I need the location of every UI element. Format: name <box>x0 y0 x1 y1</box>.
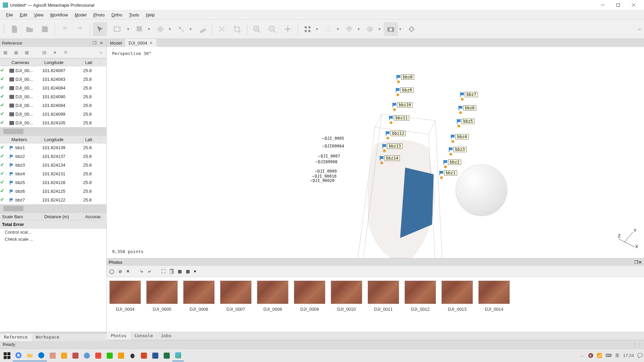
photo-thumb[interactable]: ✓DJI_0010 <box>331 281 362 312</box>
redo-button[interactable] <box>73 22 87 36</box>
show-masks-icon[interactable]: ◧ <box>170 269 174 274</box>
viewport-marker[interactable]: bbz7 <box>460 92 478 97</box>
dense-view-button[interactable] <box>321 22 335 36</box>
taskbar-edge-icon[interactable] <box>36 350 47 361</box>
tab-close-icon[interactable]: ✕ <box>149 41 153 46</box>
photo-thumb[interactable]: ✓DJI_0008 <box>257 281 288 312</box>
viewport-marker[interactable]: bbz6 <box>458 105 476 111</box>
markers-hscroll[interactable] <box>0 204 106 213</box>
taskbar-app1-icon[interactable] <box>47 350 58 361</box>
texture-view-button[interactable] <box>363 22 377 36</box>
marker-row[interactable]: bbz4101.82413125.8 <box>0 170 106 178</box>
pointcloud-view-button[interactable] <box>301 22 315 36</box>
crop-button[interactable] <box>230 22 244 36</box>
marker-row[interactable]: bbz5101.82412825.8 <box>0 178 106 187</box>
camera-row[interactable]: DJI_00...101.82408425.8 <box>0 84 106 93</box>
reset-view-button[interactable] <box>281 22 295 36</box>
col-markers-lat[interactable]: Lati <box>83 137 100 142</box>
open-file-button[interactable] <box>22 22 37 36</box>
markers-view-button[interactable] <box>405 22 419 36</box>
viewport-marker[interactable]: bbz13 <box>382 143 402 149</box>
menu-help[interactable]: Help <box>143 11 158 19</box>
tab-model[interactable]: Model <box>107 39 125 47</box>
viewport-marker[interactable]: bbz3 <box>448 147 467 152</box>
menu-photo[interactable]: Photo <box>90 11 108 19</box>
pointcloud-drop[interactable]: ▾ <box>316 26 320 32</box>
settings-ref-icon[interactable]: ▤ <box>41 49 48 56</box>
taskbar-app2-icon[interactable] <box>58 350 70 361</box>
new-file-button[interactable] <box>7 22 21 36</box>
toolbar-overflow[interactable]: ›› <box>638 26 642 32</box>
move-object-button[interactable] <box>153 22 167 36</box>
star-ref-icon[interactable]: ★ <box>52 49 58 56</box>
panel-close-icon[interactable]: ✕ <box>98 40 104 46</box>
export-ref-icon[interactable]: ▦ <box>13 49 19 56</box>
taskbar-qq-icon[interactable] <box>127 350 138 361</box>
remove-photo-icon[interactable]: ✕ <box>126 269 130 274</box>
undo-button[interactable] <box>58 22 72 36</box>
dense-drop[interactable]: ▾ <box>337 26 341 32</box>
camera-row[interactable]: DJI_00...101.82410525.8 <box>0 119 106 127</box>
btab-console[interactable]: Console <box>130 332 157 340</box>
marker-row[interactable]: bbz7101.82412225.8 <box>0 196 106 204</box>
viewport-marker[interactable]: bbz14 <box>379 156 400 161</box>
rotate-left-icon[interactable]: ⤿ <box>140 269 144 274</box>
delete-button[interactable] <box>215 22 229 36</box>
col-accuracy[interactable]: Accurac <box>83 214 103 219</box>
enable-photo-icon[interactable]: ◯ <box>109 269 114 274</box>
viewport-marker[interactable]: bbz2 <box>443 160 461 165</box>
tray-clock[interactable]: 17:24 <box>623 353 634 358</box>
ruler-button[interactable] <box>174 22 188 36</box>
taskbar-wechat-icon[interactable] <box>104 350 115 361</box>
col-cameras[interactable]: Cameras <box>9 60 42 65</box>
menu-file[interactable]: File <box>3 11 16 19</box>
rotate-right-icon[interactable]: ⤾ <box>148 269 151 274</box>
menu-edit[interactable]: Edit <box>16 11 31 19</box>
btab-photos[interactable]: Photos <box>107 332 130 340</box>
close-button[interactable] <box>626 0 641 10</box>
tray-notifications-icon[interactable]: 💬 <box>637 353 643 358</box>
ref-overflow-icon[interactable]: ›› <box>98 49 104 56</box>
col-longitude[interactable]: Longitude <box>42 60 83 65</box>
photo-thumb[interactable]: ✓DJI_0005 <box>146 281 178 312</box>
panel-undock-icon[interactable]: ❐ <box>92 40 98 46</box>
zoom-out-button[interactable] <box>265 22 279 36</box>
cameras-drop[interactable]: ▾ <box>399 26 403 32</box>
col-latitude[interactable]: Lati <box>83 60 100 65</box>
toolbar-grip[interactable] <box>2 25 6 33</box>
photo-thumb[interactable]: ✓DJI_0004 <box>109 281 141 312</box>
menu-view[interactable]: View <box>31 11 47 19</box>
convert-ref-icon[interactable]: ▦ <box>23 49 30 56</box>
taskbar-app3-icon[interactable] <box>70 350 81 361</box>
move-object-drop[interactable]: ▾ <box>169 26 173 32</box>
photo-thumb[interactable]: ✓DJI_0013 <box>441 281 473 312</box>
photo-thumb[interactable]: ✓DJI_0006 <box>183 281 215 312</box>
viewport-marker[interactable]: bbz4 <box>450 134 469 139</box>
viewport-3d[interactable]: Perspective 30° 9,358 points XYZ <box>107 47 644 258</box>
camera-row[interactable]: DJI_00...101.82409925.8 <box>0 110 106 119</box>
texture-drop[interactable]: ▾ <box>378 26 382 32</box>
camera-row[interactable]: DJI_00...101.82409425.8 <box>0 101 106 110</box>
btab-reference[interactable]: Reference <box>0 334 32 341</box>
tab-dji0004[interactable]: DJI_0004✕ <box>125 39 156 47</box>
rect-select-drop[interactable]: ▾ <box>127 26 131 32</box>
measure-button[interactable] <box>195 22 209 36</box>
taskbar-metashape-icon[interactable] <box>172 350 184 361</box>
camera-row[interactable]: DJI_00...101.82408325.8 <box>0 75 106 84</box>
col-markers-lon[interactable]: Longitude <box>42 137 83 142</box>
btab-jobs[interactable]: Jobs <box>157 332 175 340</box>
taskbar-excel-icon[interactable] <box>161 350 172 361</box>
tray-keyboard-icon[interactable]: ⌨ <box>605 353 612 358</box>
move-region-button[interactable] <box>132 22 147 36</box>
menu-ortho[interactable]: Ortho <box>108 11 126 19</box>
ruler-drop[interactable]: ▾ <box>190 26 194 32</box>
zoom-in-button[interactable] <box>250 22 264 36</box>
marker-row[interactable]: bbz2101.82413725.8 <box>0 152 106 161</box>
start-button[interactable] <box>1 350 13 361</box>
thumb-drop-icon[interactable]: ▾ <box>194 269 196 274</box>
tray-volume-icon[interactable]: 🔇 <box>588 353 593 358</box>
menu-model[interactable]: Model <box>71 11 90 19</box>
mesh-view-button[interactable] <box>342 22 356 36</box>
viewport-marker[interactable]: bbz11 <box>388 115 409 121</box>
taskbar-chrome-icon[interactable] <box>13 350 24 361</box>
